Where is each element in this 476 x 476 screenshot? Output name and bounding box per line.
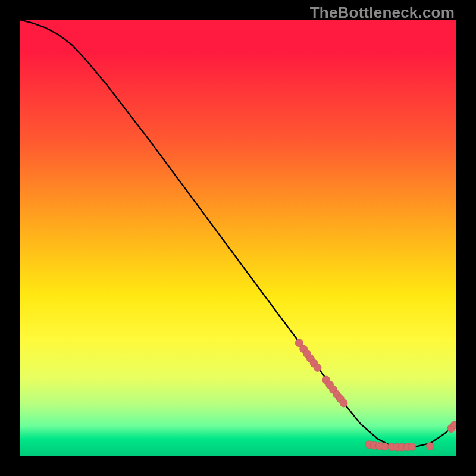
watermark-text: TheBottleneck.com <box>310 4 455 22</box>
plot-background <box>20 20 456 456</box>
chart-stage: TheBottleneck.com <box>0 0 476 476</box>
